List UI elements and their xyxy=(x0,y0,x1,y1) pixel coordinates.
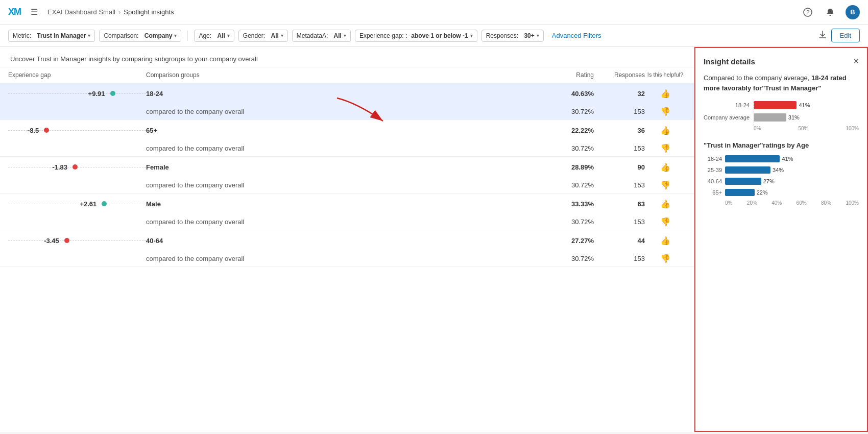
age-bar-4064 xyxy=(725,178,761,185)
col-header-helpful: Is this helpful? xyxy=(645,71,686,79)
table-row: -1.83 Female 28.89% 90 👍 compared to the… xyxy=(0,157,694,194)
gap-value-male: +2.61 xyxy=(80,200,97,208)
age-value: All xyxy=(217,32,225,39)
rating-1824: 40.63% xyxy=(533,90,594,98)
comparison-value: Company xyxy=(144,32,173,39)
age-axis-60pct: 60% xyxy=(797,200,807,206)
metadata-value: All xyxy=(334,32,342,39)
row-sub-4064: compared to the company overall 30.72% 1… xyxy=(0,251,694,267)
thumbs-down-icon-1824[interactable]: 👎 xyxy=(660,107,670,116)
top-navigation-bar: XM ☰ EXAI Dashboard Small › Spotlight in… xyxy=(0,0,868,25)
gender-value: All xyxy=(271,32,279,39)
thumbs-up-icon-female[interactable]: 👍 xyxy=(660,163,670,172)
thumbs-down-icon-4064[interactable]: 👎 xyxy=(660,254,670,263)
axis-50pct: 50% xyxy=(798,126,808,131)
insight-desc-prefix: Compared to the company average, xyxy=(704,74,809,82)
gap-dot-container-1824: +9.91 xyxy=(88,90,115,98)
age-bar-label-1824: 18-24 xyxy=(704,156,722,162)
group-sub-4064: compared to the company overall xyxy=(146,255,533,262)
table-row: +9.91 18-24 40.63% 32 👍 compared to the … xyxy=(0,83,694,120)
responses-female: 90 xyxy=(594,163,645,171)
helpful-sub-4064: 👎 xyxy=(645,254,686,263)
thumbs-up-icon-65plus[interactable]: 👍 xyxy=(660,126,670,135)
insight-panel: Insight details × Compared to the compan… xyxy=(694,47,868,432)
col-header-responses: Responses xyxy=(594,71,645,79)
help-button[interactable]: ? xyxy=(801,5,815,19)
download-button[interactable] xyxy=(818,30,827,41)
helpful-1824: 👍 xyxy=(645,89,686,99)
rating-4064: 27.27% xyxy=(533,237,594,245)
axis-100pct: 100% xyxy=(846,126,859,131)
responses-sub-1824: 153 xyxy=(594,108,645,115)
gap-dot-container-65plus: -8.5 xyxy=(28,127,49,134)
rating-female: 28.89% xyxy=(533,163,594,171)
thumbs-up-icon-4064[interactable]: 👍 xyxy=(660,236,670,245)
thumbs-down-icon-male[interactable]: 👎 xyxy=(660,218,670,226)
thumbs-down-icon-female[interactable]: 👎 xyxy=(660,181,670,189)
comparison-chart-axes: 0% 50% 100% xyxy=(704,126,859,131)
group-sub-1824: compared to the company overall xyxy=(146,108,533,115)
group-sub-65plus: compared to the company overall xyxy=(146,144,533,152)
download-icon xyxy=(818,30,827,39)
age-axis-80pct: 80% xyxy=(821,200,831,206)
dashed-separator-line xyxy=(754,103,754,126)
rating-65plus: 22.22% xyxy=(533,127,594,134)
metadata-filter[interactable]: MetadataA: All ▾ xyxy=(292,30,351,42)
hamburger-menu-button[interactable]: ☰ xyxy=(27,5,41,19)
responses-sub-male: 153 xyxy=(594,218,645,226)
insight-panel-close-button[interactable]: × xyxy=(853,56,859,67)
breadcrumb-parent[interactable]: EXAI Dashboard Small xyxy=(47,8,115,16)
row-main-65plus: -8.5 65+ 22.22% 36 👍 xyxy=(0,120,694,140)
main-layout: Uncover Trust in Manager insights by com… xyxy=(0,47,868,432)
breadcrumb-current: Spotlight insights xyxy=(124,8,174,16)
age-bar-wrap-65plus: 22% xyxy=(725,189,859,196)
helpful-male: 👍 xyxy=(645,199,686,209)
age-pct-4064: 27% xyxy=(763,178,775,184)
filter-bar: Metric: Trust in Manager ▾ Comparison: C… xyxy=(0,25,868,47)
rating-sub-male: 30.72% xyxy=(533,218,594,226)
exp-gap-visual-male: +2.61 xyxy=(8,197,146,211)
exp-gap-visual-1824: +9.91 xyxy=(8,86,146,101)
mini-bar-pct-1824: 41% xyxy=(799,102,810,108)
metric-label: Metric: xyxy=(13,32,31,39)
row-sub-1824: compared to the company overall 30.72% 1… xyxy=(0,104,694,119)
exp-gap-filter[interactable]: Experience gap:: above 1 or below -1 ▾ xyxy=(355,30,477,42)
user-avatar[interactable]: B xyxy=(846,5,860,19)
rating-sub-1824: 30.72% xyxy=(533,108,594,115)
group-name-female: Female xyxy=(146,163,533,171)
gap-value-65plus: -8.5 xyxy=(28,127,39,134)
group-name-male: Male xyxy=(146,200,533,208)
mini-bar-pct-avg: 31% xyxy=(788,114,800,120)
helpful-sub-female: 👎 xyxy=(645,180,686,190)
xm-logo: XM xyxy=(8,7,21,17)
metric-filter[interactable]: Metric: Trust in Manager ▾ xyxy=(8,30,95,42)
exp-gap-label: Experience gap: xyxy=(359,32,404,39)
age-chart-row-2539: 25-39 34% xyxy=(704,166,859,174)
metadata-chevron-icon: ▾ xyxy=(344,33,346,38)
table-row: -3.45 40-64 27.27% 44 👍 compared to the … xyxy=(0,230,694,267)
notification-button[interactable] xyxy=(823,5,837,19)
col-header-comparison-groups: Comparison groups xyxy=(146,71,533,79)
gender-filter[interactable]: Gender: All ▾ xyxy=(238,30,288,42)
thumbs-up-icon-1824[interactable]: 👍 xyxy=(660,89,670,98)
thumbs-up-icon-male[interactable]: 👍 xyxy=(660,200,670,208)
age-axis-20pct: 20% xyxy=(747,200,757,206)
row-sub-female: compared to the company overall 30.72% 1… xyxy=(0,177,694,193)
age-axis-100pct: 100% xyxy=(846,200,859,206)
age-bar-wrap-2539: 34% xyxy=(725,166,859,174)
age-filter[interactable]: Age: All ▾ xyxy=(194,30,234,42)
col-header-exp-gap: Experience gap xyxy=(8,71,146,79)
dashed-line-male xyxy=(8,204,146,204)
comparison-filter[interactable]: Comparison: Company ▾ xyxy=(99,30,181,42)
mini-bar-avg xyxy=(754,113,786,122)
responses-filter[interactable]: Responses: 30+ ▾ xyxy=(481,30,544,42)
dashed-line-1824 xyxy=(8,93,146,94)
edit-button[interactable]: Edit xyxy=(831,29,860,42)
age-chart-row-65plus: 65+ 22% xyxy=(704,189,859,196)
advanced-filters-link[interactable]: Advanced Filters xyxy=(552,32,601,39)
age-chart-row-1824: 18-24 41% xyxy=(704,155,859,162)
age-bar-wrap-4064: 27% xyxy=(725,178,859,185)
thumbs-down-icon-65plus[interactable]: 👎 xyxy=(660,144,670,153)
rating-sub-65plus: 30.72% xyxy=(533,144,594,152)
filterbar-right: Edit xyxy=(818,29,860,42)
